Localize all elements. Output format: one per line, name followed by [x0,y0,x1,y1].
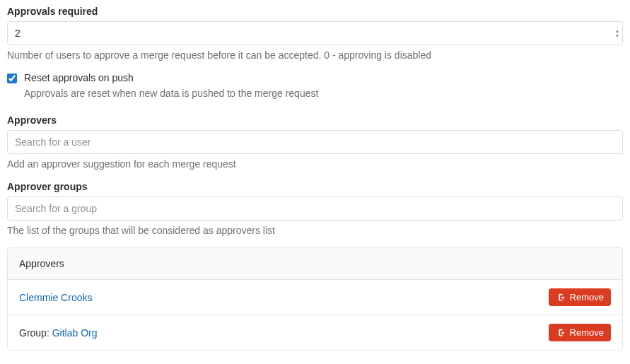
approvals-required-input[interactable] [7,21,623,45]
reset-approvals-help: Approvals are reset when new data is pus… [24,88,623,99]
remove-button[interactable]: Remove [549,324,611,341]
approver-user-link[interactable]: Clemmie Crooks [19,292,92,303]
approver-group-link[interactable]: Gitlab Org [52,327,98,339]
approvals-required-label: Approvals required [7,6,623,17]
approvers-search-input[interactable] [7,130,623,154]
remove-button-label: Remove [570,327,604,338]
reset-approvals-checkbox[interactable] [7,74,17,83]
remove-button[interactable]: Remove [549,288,611,306]
group-prefix: Group: [19,327,52,339]
approvals-required-help: Number of users to approve a merge reque… [7,49,623,61]
approvers-help: Add an approver suggestion for each merg… [7,158,623,170]
remove-button-label: Remove [570,292,604,303]
sign-out-icon [556,328,566,338]
table-row: Clemmie Crooks Remove [8,280,622,315]
table-row: Group: Gitlab Org Remove [8,315,622,350]
reset-approvals-label[interactable]: Reset approvals on push [24,72,134,83]
approvers-table-header: Approvers [8,248,622,280]
approver-groups-search-input[interactable] [7,196,623,221]
approvers-table: Approvers Clemmie Crooks Remove Group: G… [7,247,623,351]
approver-groups-label: Approver groups [7,181,623,192]
approver-groups-help: The list of the groups that will be cons… [7,225,623,236]
sign-out-icon [556,293,566,303]
approvers-label: Approvers [7,115,623,126]
